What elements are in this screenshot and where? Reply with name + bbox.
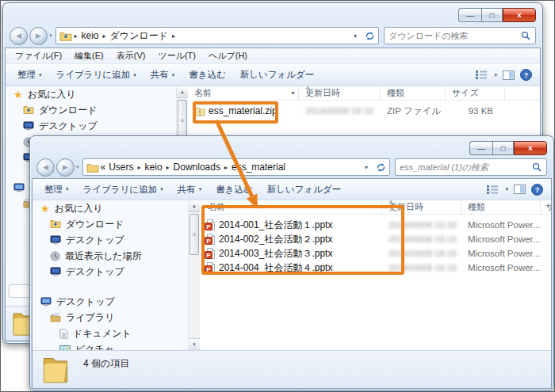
menu-bar: ファイル(F) 編集(E) 表示(V) ツール(T) ヘルプ(H)	[6, 48, 540, 64]
back-arrow-icon: ◀	[16, 32, 21, 40]
breadcrumb-keio[interactable]: keio	[82, 30, 99, 41]
scrollbar-thumb[interactable]: ≡	[189, 214, 199, 255]
sidebar-label: ドキュメント	[73, 327, 132, 341]
refresh-button[interactable]	[373, 158, 390, 176]
minimize-button[interactable]: —	[469, 141, 492, 155]
back-button[interactable]: ◀	[10, 27, 28, 45]
menu-file[interactable]: ファイル(F)	[9, 50, 68, 62]
scroll-up-button[interactable]: ▲	[177, 86, 188, 98]
new-folder-button[interactable]: 新しいフォルダー	[233, 67, 322, 83]
breadcrumb-downloads[interactable]: ダウンロード	[110, 29, 168, 43]
command-bar: 整理▾ ライブラリに追加▾ 共有▾ 書き込む 新しいフォルダー ▾ ?	[33, 179, 551, 200]
column-type[interactable]: 種類	[381, 86, 446, 100]
scroll-up-icon: ▲	[180, 89, 185, 94]
sidebar-item-libraries[interactable]: ライブラリ	[33, 310, 188, 325]
column-size[interactable]: サイズ	[541, 200, 551, 214]
svg-text:?: ?	[524, 71, 529, 79]
forward-button[interactable]: ▶	[56, 158, 75, 177]
views-icon[interactable]	[475, 70, 488, 80]
address-bar[interactable]: « Users ▸ keio ▸ Downloads ▸ ess_materia…	[82, 158, 374, 176]
menu-edit[interactable]: 編集(E)	[68, 50, 110, 62]
sidebar-item-pictures[interactable]: ピクチャ	[33, 341, 188, 350]
breadcrumb-prefix: «	[101, 162, 106, 173]
crumb-sep-icon: ▸	[138, 164, 141, 171]
titlebar[interactable]: — □ ×	[30, 136, 553, 155]
close-icon: ×	[517, 11, 522, 20]
refresh-icon	[376, 162, 386, 173]
history-dropdown-icon[interactable]: ▾	[49, 32, 52, 39]
scroll-up-button[interactable]: ▲	[189, 200, 200, 212]
menu-tools[interactable]: ツール(T)	[151, 50, 202, 62]
menu-help[interactable]: ヘルプ(H)	[202, 50, 254, 62]
breadcrumb-downloads[interactable]: Downloads	[174, 162, 220, 173]
column-type[interactable]: 種類	[461, 200, 541, 214]
burn-button[interactable]: 書き込む	[182, 67, 233, 83]
search-box[interactable]	[395, 158, 547, 176]
crumb-sep-icon: ▸	[224, 164, 228, 171]
sidebar-item-downloads[interactable]: ダウンロード	[33, 216, 188, 232]
sidebar-item-favorites[interactable]: ★お気に入り	[6, 86, 176, 102]
file-size: 93 KB	[469, 106, 493, 116]
maximize-button[interactable]: □	[492, 141, 514, 155]
address-dropdown-icon[interactable]: ▾	[362, 164, 370, 171]
sidebar-item-recent-places[interactable]: 最近表示した場所	[33, 248, 188, 264]
tree-scrollbar[interactable]: ▲ ≡ ▼	[188, 200, 200, 350]
address-bar[interactable]: ▸ keio ▸ ダウンロード ▸ ▾	[56, 27, 363, 44]
preview-pane-icon[interactable]	[514, 185, 526, 194]
organize-button[interactable]: 整理▾	[10, 67, 49, 83]
share-button[interactable]: 共有▾	[170, 181, 209, 198]
add-to-library-button[interactable]: ライブラリに追加▾	[49, 67, 144, 83]
help-icon[interactable]: ?	[520, 69, 532, 81]
highlight-box-zip	[193, 101, 278, 124]
breadcrumb-ess-material[interactable]: ess_material	[232, 162, 285, 173]
column-date[interactable]: ▲更新日時	[299, 86, 381, 100]
burn-label: 書き込む	[189, 69, 226, 81]
views-dropdown-icon[interactable]: ▾	[505, 186, 508, 192]
documents-icon	[59, 329, 68, 339]
preview-pane-icon[interactable]	[503, 70, 515, 80]
sidebar-item-favorites[interactable]: ★お気に入り	[33, 200, 188, 216]
search-input[interactable]	[400, 162, 532, 172]
views-dropdown-icon[interactable]: ▾	[494, 72, 497, 78]
search-input[interactable]	[388, 31, 521, 40]
breadcrumb-keio[interactable]: keio	[145, 162, 163, 173]
breadcrumb-users[interactable]: Users	[109, 162, 133, 173]
file-type: Microsoft Power...	[468, 249, 540, 258]
burn-button[interactable]: 書き込む	[209, 181, 260, 198]
minimize-button[interactable]: —	[458, 8, 481, 22]
add-to-library-button[interactable]: ライブラリに追加▾	[76, 181, 170, 198]
refresh-button[interactable]	[362, 27, 379, 44]
refresh-icon	[365, 31, 375, 41]
share-label: 共有	[178, 184, 196, 196]
forward-button[interactable]: ▶	[29, 27, 48, 45]
scroll-down-button[interactable]: ▼	[189, 338, 200, 350]
search-box[interactable]	[384, 27, 536, 44]
file-date: 2014/09/08 18:18	[305, 106, 373, 116]
sidebar-label: ダウンロード	[39, 104, 97, 117]
history-dropdown-icon[interactable]: ▾	[76, 164, 79, 170]
views-icon[interactable]	[486, 185, 500, 195]
column-name[interactable]: 名前▼	[188, 86, 299, 100]
menu-view[interactable]: 表示(V)	[110, 50, 152, 62]
sidebar-item-downloads[interactable]: ダウンロード	[6, 102, 176, 118]
organize-button[interactable]: 整理▾	[37, 181, 76, 198]
maximize-icon: □	[489, 11, 494, 20]
share-button[interactable]: 共有▾	[144, 67, 182, 83]
sidebar-item-desktop[interactable]: デスクトップ	[6, 118, 176, 134]
column-size[interactable]: サイズ	[446, 86, 505, 100]
maximize-button[interactable]: □	[481, 8, 503, 22]
sidebar-item-desktop-root[interactable]: デスクトップ	[33, 294, 188, 310]
column-filter-icon[interactable]: ▼	[290, 90, 296, 96]
star-icon: ★	[40, 204, 50, 214]
help-icon[interactable]: ?	[531, 184, 543, 196]
sidebar-item-desktop[interactable]: デスクトップ	[33, 232, 188, 248]
titlebar[interactable]: — □ ×	[3, 3, 542, 24]
new-folder-button[interactable]: 新しいフォルダー	[260, 181, 349, 198]
sidebar-item-documents[interactable]: ドキュメント	[33, 325, 188, 341]
close-button[interactable]: ×	[514, 141, 547, 155]
back-button[interactable]: ◀	[36, 158, 55, 177]
address-dropdown-icon[interactable]: ▾	[351, 32, 359, 40]
sidebar-item-desktop[interactable]: デスクトップ	[33, 264, 188, 280]
close-button[interactable]: ×	[503, 8, 536, 22]
highlight-box-pptx-files	[201, 205, 404, 275]
